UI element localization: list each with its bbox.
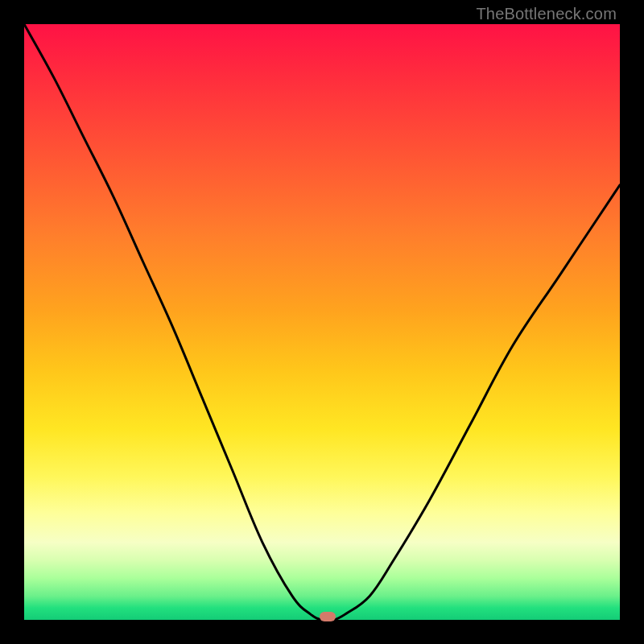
attribution-text: TheBottleneck.com	[476, 5, 617, 23]
chart-frame: TheBottleneck.com	[0, 0, 644, 644]
optimal-point-marker	[320, 612, 336, 621]
chart-plot-area	[24, 24, 620, 620]
bottleneck-curve	[24, 24, 620, 620]
